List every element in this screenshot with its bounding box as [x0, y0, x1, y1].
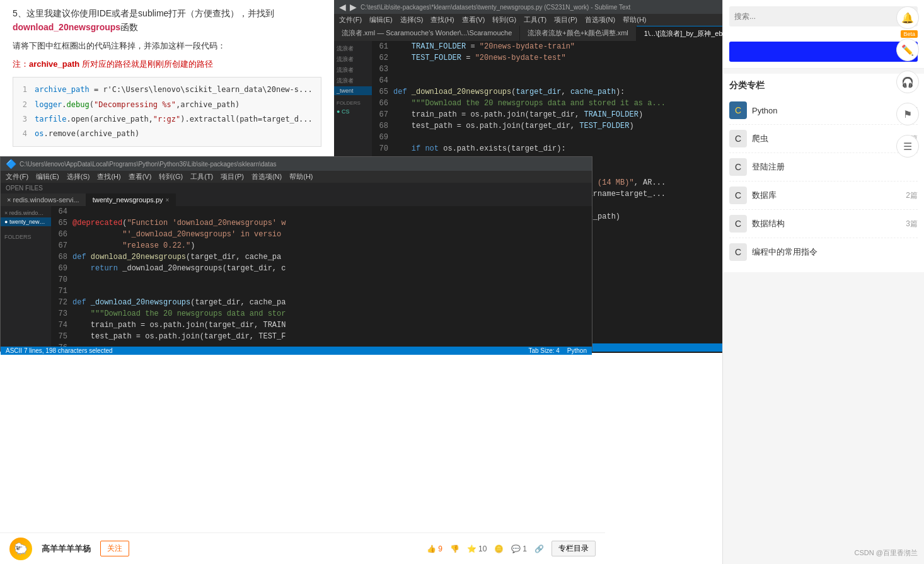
sublime-left-editor[interactable]: 🔷 C:\Users\lenovo\AppData\Local\Programs… — [0, 156, 592, 352]
category-ds[interactable]: C 数据结构 3篇 — [729, 210, 918, 238]
menu-find[interactable]: 查找(H) — [97, 172, 120, 181]
menu-button[interactable]: ☰ — [896, 135, 919, 158]
menu-view[interactable]: 查看(V) — [129, 172, 152, 181]
comment-count: 1 — [523, 544, 527, 553]
user-avatar: 🐑 — [9, 538, 32, 560]
code-line-68: 68def download_20newsgroups(target_dir, … — [51, 251, 592, 263]
star-count: 10 — [478, 544, 487, 553]
category-section: 分类专栏 C Python 22篇 C 爬虫 1篇 C 登陆注册 C 数据库 2… — [723, 74, 924, 272]
code-block: 1archive_path = r'C:\Users\lenovo\scikit… — [13, 77, 321, 147]
main-menu-file[interactable]: 文件(F) — [339, 15, 362, 25]
category-cmd[interactable]: C 编程中的常用指令 — [729, 238, 918, 266]
menu-goto[interactable]: 转到(G) — [159, 172, 183, 181]
headphone-button[interactable]: 🎧 — [896, 71, 919, 93]
main-menu-help[interactable]: 帮助(H) — [623, 15, 646, 25]
category-python[interactable]: C Python 22篇 — [729, 96, 918, 125]
status-tabsize: Tab Size: 4 — [528, 347, 559, 354]
code-line-71: 71 — [51, 285, 592, 297]
tab-close-icon[interactable]: × — [166, 197, 170, 204]
status-lang: Python — [567, 347, 587, 354]
ds-label: 数据结构 — [752, 218, 901, 229]
like-button[interactable]: 👍 9 — [427, 544, 442, 553]
main-menu-edit[interactable]: 编辑(E) — [369, 15, 393, 25]
sublime-left-code[interactable]: 64 65@deprecated("Function 'download_20n… — [51, 206, 592, 347]
comment-icon: 💬 — [511, 544, 521, 553]
flag-button[interactable]: ⚑ — [896, 103, 919, 125]
spider-label: 爬虫 — [752, 133, 901, 144]
tab-twenty-newsgroups[interactable]: twenty_newsgroups.py × — [86, 193, 176, 206]
like-icon: 👍 — [427, 544, 436, 553]
right-panel: Beta 分类专栏 C Python 22篇 C 爬虫 1篇 C 登陆注册 C … — [722, 0, 924, 564]
status-encoding: ASCII 7 lines, 198 characters selected — [6, 347, 113, 354]
sidebar-redis[interactable]: × redis.windows-servi — [1, 209, 51, 217]
menu-edit[interactable]: 编辑(E) — [36, 172, 59, 181]
category-login[interactable]: C 登陆注册 — [729, 153, 918, 181]
comment-button[interactable]: 💬 1 — [511, 544, 527, 553]
category-db[interactable]: C 数据库 2篇 — [729, 181, 918, 210]
python-icon: C — [729, 101, 747, 119]
ds-count: 3篇 — [906, 219, 918, 229]
sublime-left-statusbar: ASCII 7 lines, 198 characters selected T… — [1, 347, 592, 355]
sidebar-twenty[interactable]: ● twenty_newsgroup — [1, 217, 51, 226]
notify-button[interactable]: 🔔 — [896, 6, 919, 29]
main-menu-select[interactable]: 选择(S) — [400, 15, 424, 25]
spider-icon: C — [729, 130, 747, 147]
main-menu-prefs[interactable]: 首选项(N) — [585, 15, 615, 25]
menu-project[interactable]: 项目(P) — [221, 172, 244, 181]
dislike-icon: 👎 — [450, 544, 459, 553]
menu-file[interactable]: 文件(F) — [6, 172, 28, 181]
note-text: 注：archive_path 所对应的路径就是刚刚所创建的路径 — [13, 58, 321, 71]
open-files-label: OPEN FILES — [1, 183, 592, 193]
sublime-left-body: × redis.windows-servi ● twenty_newsgroup… — [1, 206, 592, 347]
right-action-icons: 🔔 ✏️ 🎧 ⚑ ☰ — [896, 0, 919, 164]
python-label: Python — [752, 106, 897, 115]
code-line-67: 67 "release 0.22.") — [51, 240, 592, 251]
sublime-left-menubar[interactable]: 文件(F) 编辑(E) 选择(S) 查找(H) 查看(V) 转到(G) 工具(T… — [1, 171, 592, 183]
star-button[interactable]: ⭐ 10 — [467, 544, 487, 553]
code-line-74: 74 train_path = os.path.join(target_dir,… — [51, 319, 592, 331]
code-line-73: 73 """Download the 20 newsgroups data an… — [51, 308, 592, 319]
main-menu-tools[interactable]: 工具(T) — [524, 15, 546, 25]
menu-tools[interactable]: 工具(T) — [190, 172, 213, 181]
edit-button[interactable]: ✏️ — [896, 38, 919, 61]
main-forward-icon[interactable]: ▶ — [350, 2, 357, 12]
sublime-left-titlebar: 🔷 C:\Users\lenovo\AppData\Local\Programs… — [1, 157, 592, 171]
share-button[interactable]: 🔗 — [534, 544, 544, 553]
sublime-left-sidebar: × redis.windows-servi ● twenty_newsgroup… — [1, 206, 51, 347]
share-icon: 🔗 — [534, 544, 544, 553]
main-menu-view[interactable]: 查看(V) — [462, 15, 485, 25]
main-menu-project[interactable]: 项目(P) — [554, 15, 577, 25]
catalog-button[interactable]: 专栏目录 — [552, 541, 596, 556]
code-line-72: 72def _download_20newsgroups(target_dir,… — [51, 297, 592, 308]
instruction-text: 请将下图中红框圈出的代码注释掉，并添加这样一段代码： — [13, 40, 321, 53]
login-icon: C — [729, 158, 747, 176]
code-line-66: 66 "'_download_20newsgroups' in versio — [51, 229, 592, 240]
menu-select[interactable]: 选择(S) — [67, 172, 90, 181]
main-menu-goto[interactable]: 转到(G) — [492, 15, 516, 25]
login-label: 登陆注册 — [752, 161, 913, 173]
titlebar-path: C:\Users\lenovo\AppData\Local\Programs\P… — [20, 161, 276, 168]
tab-redis[interactable]: × redis.windows-servi... — [1, 193, 86, 206]
titlebar-icon: 🔷 — [6, 159, 16, 169]
main-menu-find[interactable]: 查找(H) — [430, 15, 454, 25]
tab-liulangzhe-xml[interactable]: 流浪者.xml — Scaramouche's Wonder\...\Scara… — [334, 26, 520, 41]
tab-liulangzhe-color[interactable]: 流浪者流放+颜色+k颜色调整.xml — [520, 26, 637, 41]
category-title: 分类专栏 — [729, 80, 918, 91]
menu-help[interactable]: 帮助(H) — [289, 172, 313, 181]
ds-icon: C — [729, 215, 747, 233]
sublime-left-tabs[interactable]: × redis.windows-servi... twenty_newsgrou… — [1, 193, 592, 206]
star-icon: ⭐ — [467, 544, 476, 553]
right-search-input[interactable] — [729, 6, 918, 26]
action-icons: 👍 9 👎 ⭐ 10 🪙 💬 1 🔗 专栏目录 — [427, 541, 596, 556]
follow-button[interactable]: 关注 — [100, 541, 129, 556]
category-spider[interactable]: C 爬虫 1篇 — [729, 125, 918, 153]
bottom-user-bar: 🐑 高羊羊羊羊杨 关注 👍 9 👎 ⭐ 10 🪙 💬 1 🔗 专栏目录 — [0, 532, 605, 564]
coin-button[interactable]: 🪙 — [494, 544, 504, 553]
db-count: 2篇 — [906, 190, 918, 201]
menu-prefs[interactable]: 首选项(N) — [251, 172, 282, 181]
cmd-icon: C — [729, 243, 747, 261]
coin-icon: 🪙 — [494, 544, 504, 553]
code-line-75: 75 test_path = os.path.join(target_dir, … — [51, 331, 592, 342]
dislike-button[interactable]: 👎 — [450, 544, 459, 553]
main-back-icon[interactable]: ◀ — [339, 2, 346, 12]
